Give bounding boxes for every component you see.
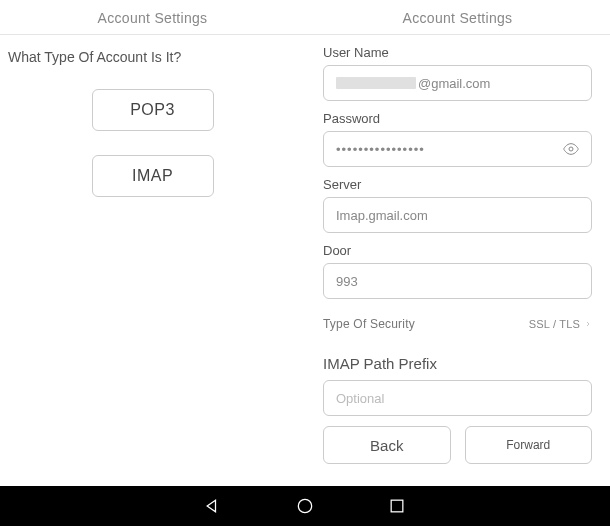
server-field[interactable] xyxy=(323,197,592,233)
nav-home-icon[interactable] xyxy=(295,496,315,516)
svg-marker-1 xyxy=(207,500,215,512)
nav-recent-icon[interactable] xyxy=(387,496,407,516)
security-value: SSL / TLS xyxy=(529,318,592,330)
security-row[interactable]: Type Of Security SSL / TLS xyxy=(323,317,592,331)
svg-rect-3 xyxy=(391,500,403,512)
server-input[interactable] xyxy=(336,208,579,223)
left-panel: Account Settings What Type Of Account Is… xyxy=(0,0,305,486)
forward-button[interactable]: Forward xyxy=(465,426,593,464)
prefix-label: IMAP Path Prefix xyxy=(323,355,592,372)
nav-back-icon[interactable] xyxy=(203,496,223,516)
door-field[interactable] xyxy=(323,263,592,299)
right-header: Account Settings xyxy=(305,0,610,34)
back-button[interactable]: Back xyxy=(323,426,451,464)
username-suffix: @gmail.com xyxy=(418,76,490,91)
eye-icon[interactable] xyxy=(563,141,579,157)
left-header: Account Settings xyxy=(0,0,305,34)
chevron-right-icon xyxy=(584,320,592,328)
pop3-button[interactable]: POP3 xyxy=(92,89,214,131)
security-label: Type Of Security xyxy=(323,317,415,331)
imap-button[interactable]: IMAP xyxy=(92,155,214,197)
password-value: •••••••••••••••• xyxy=(336,142,563,157)
prefix-input[interactable] xyxy=(336,391,579,406)
prefix-field[interactable] xyxy=(323,380,592,416)
username-field[interactable]: @gmail.com xyxy=(323,65,592,101)
username-label: User Name xyxy=(323,45,592,60)
account-type-question: What Type Of Account Is It? xyxy=(8,49,297,65)
svg-point-2 xyxy=(298,499,311,512)
server-label: Server xyxy=(323,177,592,192)
right-panel: Account Settings User Name @gmail.com Pa… xyxy=(305,0,610,486)
redacted-username xyxy=(336,77,416,89)
password-label: Password xyxy=(323,111,592,126)
svg-point-0 xyxy=(569,147,573,151)
door-label: Door xyxy=(323,243,592,258)
android-nav-bar xyxy=(0,486,610,526)
password-field[interactable]: •••••••••••••••• xyxy=(323,131,592,167)
door-input[interactable] xyxy=(336,274,579,289)
